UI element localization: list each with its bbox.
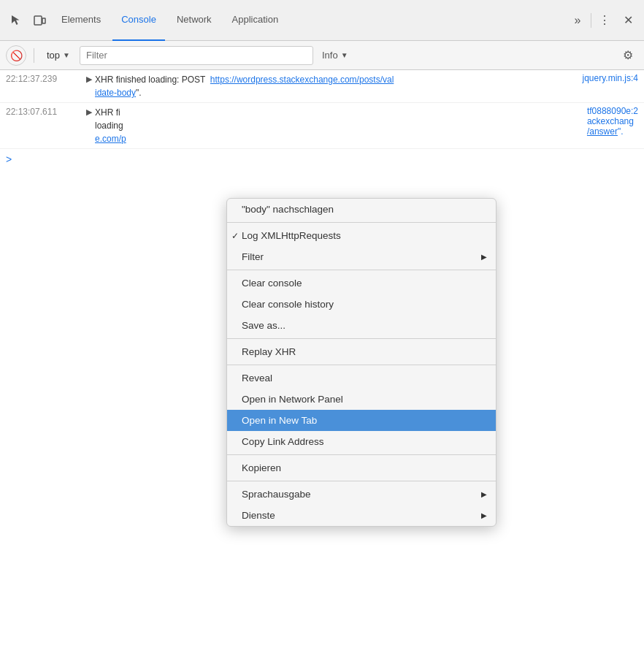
- devtools-topbar: Elements Console Network Application » ⋮…: [0, 0, 644, 41]
- menu-separator-4: [227, 365, 496, 365]
- menu-item-body-nachschlagen[interactable]: "body" nachschlagen: [227, 199, 496, 220]
- context-menu-overlay[interactable]: "body" nachschlagen ✓ Log XMLHttpRequest…: [0, 70, 644, 656]
- svg-rect-1: [42, 18, 45, 23]
- filter-input[interactable]: [80, 46, 313, 65]
- menu-item-reveal[interactable]: Reveal: [227, 367, 496, 389]
- menu-item-dienste[interactable]: Dienste: [227, 505, 496, 526]
- settings-icon[interactable]: ⚙: [618, 45, 638, 66]
- menu-item-open-in-network-panel[interactable]: Open in Network Panel: [227, 389, 496, 410]
- menu-item-log-xmlhttprequests[interactable]: ✓ Log XMLHttpRequests: [227, 225, 496, 246]
- checkmark-icon: ✓: [231, 231, 239, 241]
- context-selector[interactable]: top ▼: [42, 47, 75, 63]
- svg-rect-0: [34, 16, 42, 25]
- console-toolbar: 🚫 top ▼ Info ▼ ⚙: [0, 41, 644, 70]
- menu-separator-5: [227, 454, 496, 455]
- menu-item-sprachausgabe[interactable]: Sprachausgabe: [227, 484, 496, 505]
- tab-console[interactable]: Console: [112, 0, 165, 41]
- info-selector[interactable]: Info ▼: [318, 48, 353, 62]
- menu-item-replay-xhr[interactable]: Replay XHR: [227, 341, 496, 362]
- devtools-menu-button[interactable]: ⋮: [594, 10, 615, 31]
- menu-item-open-in-new-tab[interactable]: Open in New Tab: [227, 410, 496, 431]
- toolbar-separator-1: [34, 48, 34, 63]
- context-dropdown-arrow: ▼: [63, 51, 70, 59]
- tab-network[interactable]: Network: [168, 0, 221, 41]
- close-button[interactable]: ✕: [618, 10, 638, 31]
- menu-item-kopieren[interactable]: Kopieren: [227, 457, 496, 478]
- menu-item-filter[interactable]: Filter: [227, 246, 496, 267]
- info-dropdown-arrow: ▼: [341, 51, 348, 59]
- menu-item-clear-console-history[interactable]: Clear console history: [227, 294, 496, 315]
- menu-separator-1: [227, 222, 496, 223]
- menu-separator-2: [227, 270, 496, 270]
- more-tabs-button[interactable]: »: [567, 10, 588, 31]
- block-icon[interactable]: 🚫: [6, 45, 26, 66]
- menu-separator-6: [227, 481, 496, 481]
- menu-item-clear-console[interactable]: Clear console: [227, 272, 496, 294]
- menu-item-save-as[interactable]: Save as...: [227, 315, 496, 336]
- menu-item-copy-link-address[interactable]: Copy Link Address: [227, 431, 496, 452]
- menu-separator-3: [227, 338, 496, 339]
- context-menu: "body" nachschlagen ✓ Log XMLHttpRequest…: [226, 198, 497, 527]
- tab-application[interactable]: Application: [223, 0, 288, 41]
- console-log-area: 22:12:37.239 ▶ XHR finished loading: POS…: [0, 70, 644, 656]
- device-icon[interactable]: [29, 10, 50, 31]
- cursor-icon[interactable]: [6, 10, 26, 31]
- tab-elements[interactable]: Elements: [53, 0, 110, 41]
